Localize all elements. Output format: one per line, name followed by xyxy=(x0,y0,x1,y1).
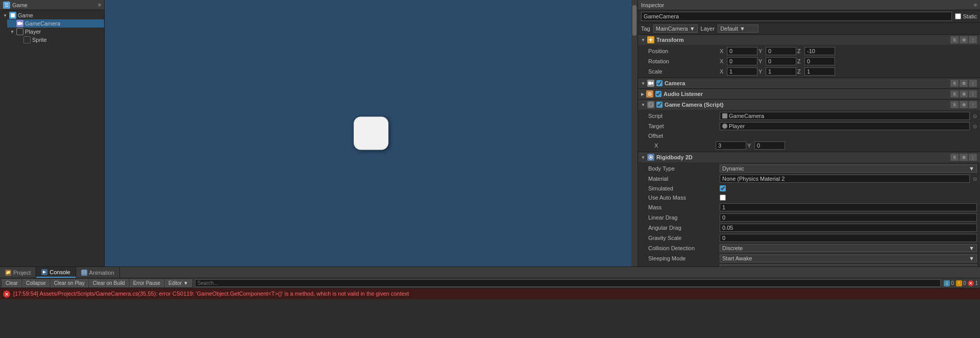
tab-console[interactable]: ▶ Console xyxy=(36,267,76,278)
scale-y-input[interactable] xyxy=(766,67,796,76)
script-ref-field[interactable]: GameCamera xyxy=(720,112,970,120)
player-expand-arrow[interactable]: ▼ xyxy=(10,30,16,34)
game-expand-arrow[interactable]: ▼ xyxy=(3,13,9,18)
game-children: GameCamera ▼ Player Sprite xyxy=(0,19,104,44)
target-ref-icon xyxy=(722,124,727,129)
position-label: Position xyxy=(648,48,720,54)
camera-enabled-checkbox[interactable] xyxy=(656,80,663,86)
hierarchy-menu-icon[interactable]: ≡ xyxy=(98,2,101,8)
rotation-z-input[interactable] xyxy=(804,57,835,65)
script-ref-circle-icon[interactable]: ⊙ xyxy=(973,113,977,119)
gamecamera-label[interactable]: GameCamera xyxy=(25,20,60,27)
script-copy-btn[interactable]: ⎘ xyxy=(950,101,959,108)
game-camera-script-header[interactable]: ▼ C# Game Camera (Script) ⎘ ⚙ ⋮ xyxy=(638,100,980,110)
rot-z-label: Z xyxy=(797,58,803,64)
sleeping-mode-dropdown[interactable]: Start Awake ▼ xyxy=(720,254,977,262)
inspector-menu-icon[interactable]: ≡ xyxy=(974,2,977,8)
tab-project[interactable]: 📁 Project xyxy=(0,267,36,278)
console-message-0[interactable]: ✕ [17:59:54] Assets/Project/Scripts/Game… xyxy=(0,288,980,299)
rotation-x-input[interactable] xyxy=(727,57,757,65)
rigidbody-settings-btn[interactable]: ⚙ xyxy=(960,154,968,161)
player-children: Sprite xyxy=(7,36,104,44)
rotation-y-input[interactable] xyxy=(766,57,796,65)
hierarchy-item-gamecamera[interactable]: GameCamera xyxy=(7,19,104,28)
tag-value: MainCamera xyxy=(656,26,688,32)
game-label[interactable]: Game xyxy=(18,12,33,18)
position-y-input[interactable] xyxy=(766,47,796,55)
linear-drag-input[interactable] xyxy=(720,213,977,222)
target-ref-field[interactable]: Player xyxy=(720,122,970,130)
angular-drag-input[interactable] xyxy=(720,224,977,232)
layer-dropdown[interactable]: Default ▼ xyxy=(718,25,758,33)
player-label[interactable]: Player xyxy=(25,29,41,35)
transform-copy-btn[interactable]: ⎘ xyxy=(950,36,959,43)
audio-listener-header[interactable]: ▶ Audio Listener ⎘ ⚙ ⋮ xyxy=(638,89,980,99)
use-auto-mass-checkbox[interactable] xyxy=(720,195,726,201)
error-pause-button[interactable]: Error Pause xyxy=(130,279,164,287)
console-messages: ✕ [17:59:54] Assets/Project/Scripts/Game… xyxy=(0,288,980,338)
clear-on-build-button[interactable]: Clear on Build xyxy=(89,279,129,287)
inspector-top-bar: Static xyxy=(638,10,980,23)
audio-copy-btn[interactable]: ⎘ xyxy=(950,90,959,98)
hierarchy-item-sprite[interactable]: Sprite xyxy=(14,36,104,44)
tab-animation[interactable]: 🎞 Animation xyxy=(76,267,120,278)
game-camera-script-enabled-checkbox[interactable] xyxy=(656,102,663,108)
body-type-dropdown[interactable]: Dynamic ▼ xyxy=(720,164,977,173)
offset-y-label: Y xyxy=(747,142,753,149)
camera-copy-btn[interactable]: ⎘ xyxy=(950,80,959,87)
camera-menu-btn[interactable]: ⋮ xyxy=(969,80,977,87)
audio-settings-btn[interactable]: ⚙ xyxy=(960,90,968,98)
hierarchy-title-label: Game xyxy=(12,2,28,8)
gameobject-name-input[interactable] xyxy=(641,12,952,21)
linear-drag-row: Linear Drag xyxy=(638,212,980,223)
position-x-input[interactable] xyxy=(727,47,757,55)
hierarchy-scene-icon: ☰ xyxy=(3,2,10,9)
hierarchy-item-player[interactable]: ▼ Player xyxy=(7,28,104,36)
camera-header[interactable]: ▼ Camera ⎘ ⚙ ⋮ xyxy=(638,78,980,88)
material-circle-icon[interactable]: ⊙ xyxy=(973,176,977,182)
transform-menu-btn[interactable]: ⋮ xyxy=(969,36,977,43)
scale-z-input[interactable] xyxy=(804,67,835,76)
rigidbody2d-body: Body Type Dynamic ▼ Material None xyxy=(638,162,980,267)
audio-menu-btn[interactable]: ⋮ xyxy=(969,90,977,98)
camera-comp-icon xyxy=(647,80,654,87)
offset-y-input[interactable] xyxy=(754,141,785,150)
console-search-input[interactable] xyxy=(195,279,941,287)
game-canvas xyxy=(105,0,638,267)
linear-drag-value xyxy=(720,213,977,222)
scale-x-input[interactable] xyxy=(727,67,757,76)
rot-y-label: Y xyxy=(758,58,765,64)
offset-x-input[interactable] xyxy=(716,141,746,150)
transform-header[interactable]: ▼ Transform ⎘ ⚙ ⋮ xyxy=(638,35,980,45)
clear-button[interactable]: Clear xyxy=(2,279,21,287)
rigidbody-copy-btn[interactable]: ⎘ xyxy=(950,154,959,161)
position-z-input[interactable] xyxy=(804,47,835,55)
scale-row: Scale X Y Z xyxy=(638,66,980,77)
mass-input[interactable] xyxy=(720,203,977,211)
audio-listener-enabled-checkbox[interactable] xyxy=(655,91,662,97)
tag-dropdown[interactable]: MainCamera ▼ xyxy=(653,25,698,33)
material-label: Material xyxy=(648,176,720,182)
rigidbody2d-header[interactable]: ▼ Rigidbody 2D ⎘ ⚙ ⋮ xyxy=(638,152,980,162)
clear-on-play-button[interactable]: Clear on Play xyxy=(51,279,88,287)
warn-count-value: 0 xyxy=(963,280,966,286)
editor-dropdown-button[interactable]: Editor ▼ xyxy=(165,279,192,287)
transform-settings-btn[interactable]: ⚙ xyxy=(960,36,968,43)
game-scrollbar-right[interactable] xyxy=(631,0,638,267)
simulated-checkbox[interactable] xyxy=(720,185,726,191)
gravity-scale-input[interactable] xyxy=(720,234,977,242)
collision-detection-dropdown[interactable]: Discrete ▼ xyxy=(720,244,977,252)
target-ref-circle-icon[interactable]: ⊙ xyxy=(973,124,977,129)
script-menu-btn[interactable]: ⋮ xyxy=(969,101,977,108)
rigidbody2d-title: Rigidbody 2D xyxy=(656,154,948,160)
script-settings-btn[interactable]: ⚙ xyxy=(960,101,968,108)
static-checkbox[interactable] xyxy=(955,13,961,19)
audio-listener-component: ▶ Audio Listener ⎘ ⚙ ⋮ xyxy=(638,89,980,100)
inspector-header: Inspector ≡ xyxy=(638,0,980,10)
camera-settings-btn[interactable]: ⚙ xyxy=(960,80,968,87)
collapse-button[interactable]: Collapse xyxy=(22,279,50,287)
rigidbody-menu-btn[interactable]: ⋮ xyxy=(969,154,977,161)
camera-title: Camera xyxy=(665,80,948,86)
sprite-label[interactable]: Sprite xyxy=(32,37,47,43)
material-ref-field[interactable]: None (Physics Material 2 xyxy=(720,175,970,183)
